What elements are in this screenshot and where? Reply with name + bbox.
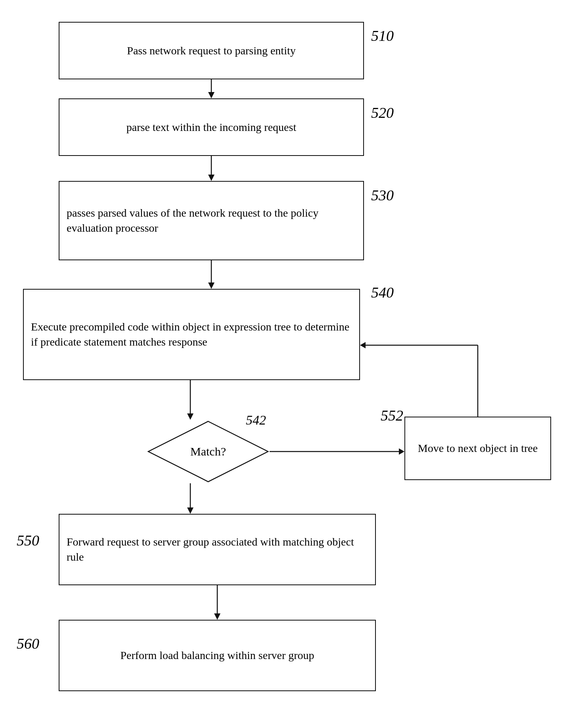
label-550-side: 550 — [17, 532, 39, 549]
box-552: Move to next object in tree — [404, 417, 551, 480]
box-560: Perform load balancing within server gro… — [59, 620, 376, 691]
label-520: 520 — [371, 104, 394, 121]
svg-marker-16 — [214, 613, 220, 620]
svg-marker-17 — [148, 421, 268, 482]
box-552-text: Move to next object in tree — [418, 441, 538, 456]
box-510-text: Pass network request to parsing entity — [127, 43, 295, 58]
svg-marker-7 — [187, 413, 193, 420]
box-530: passes parsed values of the network requ… — [59, 181, 364, 260]
diamond-542: Match? — [147, 420, 270, 483]
svg-marker-1 — [208, 92, 215, 98]
label-540: 540 — [371, 284, 394, 301]
box-550: Forward request to server group associat… — [59, 514, 376, 585]
box-510: Pass network request to parsing entity — [59, 22, 364, 79]
box-540: Execute precompiled code within object i… — [23, 289, 360, 380]
diagram-container: Pass network request to parsing entity 5… — [0, 0, 588, 713]
svg-marker-3 — [208, 175, 215, 181]
label-552: 552 — [381, 407, 403, 424]
svg-marker-5 — [208, 283, 215, 289]
box-560-text: Perform load balancing within server gro… — [120, 648, 314, 663]
label-530: 530 — [371, 186, 394, 204]
label-510: 510 — [371, 27, 394, 44]
svg-marker-14 — [187, 507, 193, 514]
box-530-text: passes parsed values of the network requ… — [67, 206, 356, 236]
svg-marker-12 — [360, 342, 366, 348]
box-550-text: Forward request to server group associat… — [67, 534, 368, 565]
box-520: parse text within the incoming request — [59, 98, 364, 156]
box-540-text: Execute precompiled code within object i… — [31, 319, 352, 350]
label-542: 542 — [246, 413, 266, 428]
svg-marker-9 — [399, 448, 404, 455]
box-520-text: parse text within the incoming request — [126, 120, 296, 135]
label-560-side: 560 — [17, 635, 39, 652]
